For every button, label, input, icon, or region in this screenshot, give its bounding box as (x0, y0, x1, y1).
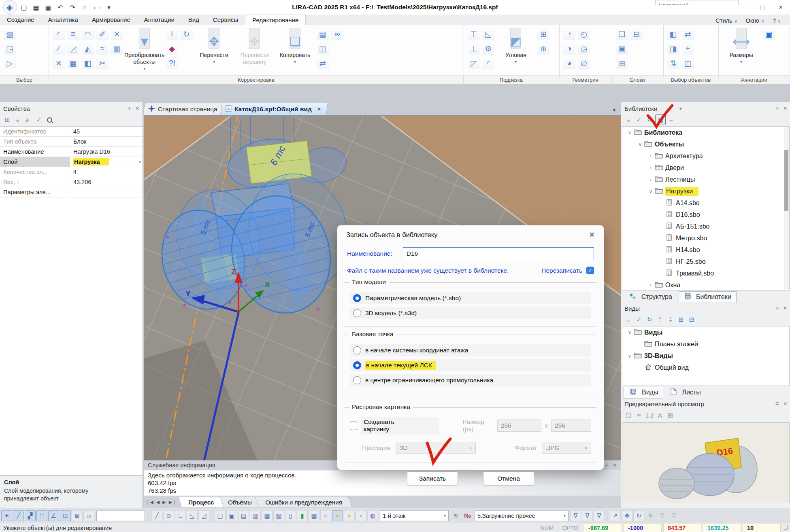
menu-window[interactable]: Окно ∨ (742, 16, 768, 25)
property-row[interactable]: Слой Нагрузка▾ (0, 157, 143, 167)
radio-icon[interactable] (353, 376, 361, 384)
tree-item[interactable]: Метро.sbo (622, 232, 789, 244)
circle-tool-icon[interactable]: ⊙ (163, 510, 174, 521)
bool-intersect-icon[interactable]: ◕ (563, 57, 575, 69)
corner-trim-button[interactable]: ◩Угловая▾ (496, 28, 535, 73)
tree-item[interactable]: ∨ Виды (622, 326, 789, 338)
radio-option[interactable]: Параметрическая модель (*.sbo) (350, 292, 591, 304)
save-to-library-icon[interactable]: ▣ (655, 114, 666, 125)
projection-select[interactable]: 3D∨ (396, 442, 476, 454)
update-model-icon[interactable]: ⌂ (79, 2, 90, 13)
cross-extend-icon[interactable]: + (682, 42, 694, 55)
radio-option[interactable]: в начале системы координат этажа (350, 344, 591, 356)
span-icon[interactable]: ◫ (682, 57, 694, 69)
viewport-tab-0[interactable]: Стартовая страница (143, 103, 224, 115)
tree-item[interactable]: ∨ Объекты (622, 138, 789, 150)
trim-intersect-icon[interactable]: ✕ (53, 57, 65, 69)
menu-style[interactable]: Стиль ∨ (712, 16, 741, 25)
loadcase-number-icon[interactable]: № (462, 510, 473, 521)
snap-angle-icon[interactable]: ∠ (48, 510, 59, 521)
tree-item[interactable]: › Лестницы (622, 174, 789, 185)
slab-grid-icon[interactable]: ▦ (309, 510, 319, 521)
find-replace-icon[interactable]: ?I (166, 57, 178, 69)
select-volume-icon[interactable]: ▧ (4, 28, 16, 40)
orbit-icon[interactable]: ↻ (633, 510, 644, 521)
block-add-icon[interactable]: ⊞ (616, 57, 628, 69)
service-tab-0[interactable]: Процесс (178, 497, 224, 507)
tree-item[interactable]: A14.sbo (622, 197, 789, 209)
filter-frame-icon[interactable]: ∇ (570, 510, 581, 521)
bool-slice-icon[interactable]: ∅ (578, 57, 590, 69)
filter-pick-icon[interactable]: ∇ (582, 510, 593, 521)
overlap-select-icon[interactable]: ◲ (4, 42, 16, 55)
chevron-down-icon[interactable]: ▼ (612, 107, 621, 115)
pin-icon[interactable]: ∓ (775, 305, 779, 311)
property-row[interactable]: Вес, т 43.206 (0, 177, 143, 187)
lamp-on-icon[interactable]: ● (332, 510, 343, 521)
settings-menu-icon[interactable]: ≡ (624, 115, 633, 125)
app-logo-icon[interactable]: ◈ (2, 0, 17, 15)
dock-tab-Виды[interactable]: Виды (624, 387, 663, 398)
cancel-button[interactable]: Отмена (483, 471, 534, 485)
hatch-columns-icon[interactable]: ▥ (111, 42, 123, 55)
solid-box-icon[interactable]: ▢ (215, 510, 226, 521)
tree-item[interactable]: Трамвай.sbo (622, 267, 789, 279)
cut-icon[interactable]: ✂ (96, 57, 109, 69)
lamp-bucket-icon[interactable]: ◍ (367, 510, 378, 521)
status-toggle-ОРТО[interactable]: ОРТО (558, 524, 582, 532)
open-file-icon[interactable]: ▤ (31, 2, 41, 13)
column-green-icon[interactable]: ▮ (297, 510, 308, 521)
block-create-icon[interactable]: ❏ (616, 28, 628, 40)
tree-item[interactable]: НГ-25.sbo (622, 256, 789, 267)
apply-icon[interactable]: ✓ (634, 115, 644, 125)
export-icon[interactable]: ↗ (610, 510, 621, 521)
close-icon[interactable]: ✕ (783, 305, 787, 311)
radio-option[interactable]: 3D модель (*.s3d) (350, 307, 591, 319)
copy-button[interactable]: ❏Копировать▾ (276, 28, 315, 73)
trim-axis-icon[interactable]: ⊕ (537, 42, 549, 55)
sort-up-icon[interactable]: ⇡ (655, 315, 665, 324)
menu-help[interactable]: ? ∨ (769, 16, 784, 25)
bool-split-icon[interactable]: ◶ (578, 42, 590, 55)
beam-section-icon[interactable]: I (166, 28, 178, 40)
close-icon[interactable]: ✕ (783, 106, 787, 111)
customize-toolbar-icon[interactable]: ▾ (104, 2, 114, 13)
segment-edit-icon[interactable]: ◿ (67, 42, 79, 55)
pin-icon[interactable]: ∓ (127, 106, 131, 111)
radio-option[interactable]: в начале текущей ЛСК (350, 359, 591, 371)
close-icon[interactable]: ✕ (135, 106, 139, 111)
move-vertex-button[interactable]: ✥Перенести вершину (235, 28, 274, 73)
expander-closed-icon[interactable]: › (647, 153, 654, 159)
xy-plane-icon[interactable]: ˣʸ (634, 410, 644, 420)
pin-icon[interactable]: ∓ (775, 401, 779, 407)
annotation-add-icon[interactable]: ▣ (763, 28, 775, 40)
service-tab-2[interactable]: Ошибки и предупреждения (255, 497, 352, 507)
image-icon[interactable]: ▦ (666, 410, 675, 420)
clip-disabled-icon[interactable]: ∇ (657, 510, 668, 521)
contour-offset-icon[interactable]: ◠ (82, 28, 94, 40)
solid-gear-icon[interactable]: ▦ (262, 510, 273, 521)
expander-open-icon[interactable]: ∨ (637, 142, 643, 147)
close-icon[interactable]: ✕ (783, 401, 787, 407)
expander-closed-icon[interactable]: › (647, 177, 654, 182)
block-remove-icon[interactable]: ⊟ (630, 28, 643, 40)
tree-item[interactable]: › Двери (622, 162, 789, 174)
lamp-small-icon[interactable]: ● (344, 510, 355, 521)
tree-item[interactable]: ∨ Библиотека (622, 127, 789, 138)
column-white-icon[interactable]: ▯ (285, 510, 296, 521)
trim-arc-icon[interactable]: ◜ (482, 57, 494, 69)
tree-item[interactable]: Общий вид (622, 362, 789, 373)
delete-icon[interactable]: ✕ (111, 28, 123, 40)
mirror-icon[interactable]: ◭ (82, 42, 94, 55)
transform-objects-button[interactable]: ▼Преобразовать объекты▾ (125, 28, 164, 73)
layers-icon[interactable]: ≋ (450, 510, 461, 521)
ruler-icon[interactable]: ▭ (92, 2, 102, 13)
tree-item[interactable]: ∨ 3D-Виды (622, 350, 789, 362)
dock-tab-Библиотеки[interactable]: Библиотеки (679, 291, 737, 303)
merge-objects-icon[interactable]: ◆ (166, 42, 178, 55)
pan-disabled-icon[interactable]: ✥ (645, 510, 656, 521)
region-fill-icon[interactable]: ◧ (82, 57, 94, 69)
trim-up-icon[interactable]: ⊤ (468, 28, 480, 40)
solid-open-icon[interactable]: ▤ (238, 510, 249, 521)
bool-subtract-icon[interactable]: ◑ (563, 42, 575, 55)
